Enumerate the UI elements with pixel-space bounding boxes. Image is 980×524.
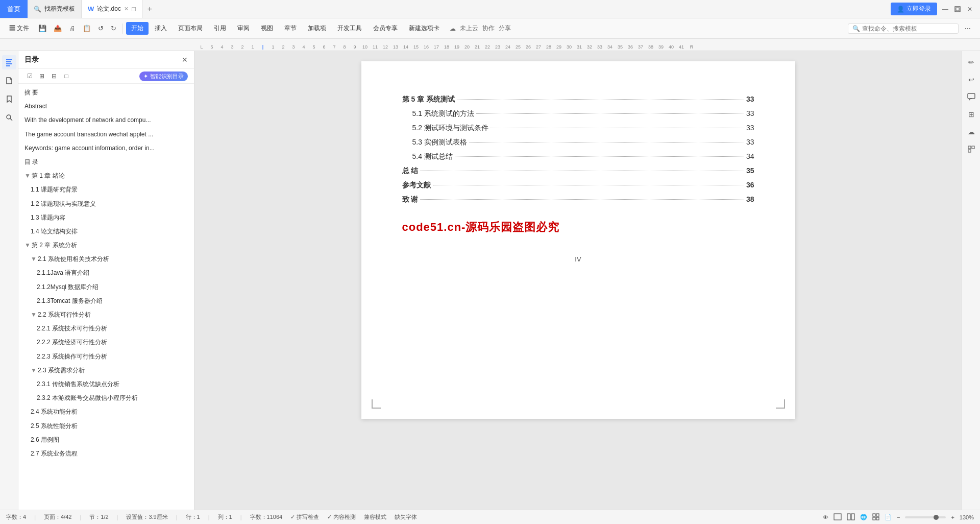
toc-close-button[interactable]: ✕ [182, 56, 188, 64]
close-button[interactable]: ✕ [966, 5, 974, 13]
right-panel: ✏ ↩ ⊞ ☁ [962, 51, 980, 510]
status-view-icon5[interactable]: 📄 [885, 514, 892, 520]
toc-collapse-icon[interactable]: ⊟ [49, 71, 59, 81]
right-comment-icon[interactable] [964, 90, 978, 104]
toc-item-2-6[interactable]: 2.6 用例图 [18, 433, 194, 447]
doc-restore-icon[interactable]: □ [132, 5, 136, 13]
undo-icon[interactable]: ↺ [95, 22, 107, 34]
status-content-check[interactable]: ✓ 内容检测 [327, 513, 356, 521]
more-button[interactable]: ⋯ [960, 23, 976, 34]
toc-sidebar-icon[interactable] [2, 55, 16, 69]
search-input[interactable] [862, 25, 954, 32]
toc-item-2-4[interactable]: 2.4 系统功能分析 [18, 405, 194, 419]
status-spell-check[interactable]: ✓ 拼写检查 [290, 513, 319, 521]
toc-item-2-1-1[interactable]: 2.1.1Java 语言介绍 [18, 266, 194, 280]
collaborate-button[interactable]: 协作 [482, 24, 495, 33]
toc-item-abstract-cn[interactable]: 摘 要 [18, 86, 194, 100]
toc-item-abstract-en[interactable]: Abstract [18, 100, 194, 113]
toolbar-tab-start[interactable]: 开始 [126, 22, 149, 35]
add-tab-button[interactable]: + [142, 5, 157, 14]
toc-item-1-1[interactable]: 1.1 课题研究背景 [18, 183, 194, 197]
toc-item-ch2[interactable]: ▼第 2 章 系统分析 [18, 239, 194, 252]
toolbar-tab-view[interactable]: 视图 [256, 22, 278, 35]
toc-item-1-4[interactable]: 1.4 论文结构安排 [18, 225, 194, 239]
toc-item-2-7[interactable]: 2.7 系统业务流程 [18, 447, 194, 461]
cloud-area: ☁ 未上云 协作 分享 [446, 24, 515, 33]
format-icon[interactable]: 📋 [80, 22, 94, 34]
toolbar-tab-dev[interactable]: 开发工具 [332, 22, 367, 35]
eye-icon[interactable]: 👁 [823, 514, 828, 520]
toc-ai-button[interactable]: ✦ 智能识别目录 [139, 72, 188, 81]
toolbar-menu-button[interactable]: ☰ 文件 [4, 22, 34, 35]
toolbar-tab-review[interactable]: 审阅 [232, 22, 255, 35]
toolbar-tab-chapter[interactable]: 章节 [279, 22, 302, 35]
status-view-icon2[interactable] [847, 513, 855, 521]
toolbar-tab-new[interactable]: 新建选项卡 [404, 22, 445, 35]
toolbar-tab-plugins[interactable]: 加载项 [303, 22, 331, 35]
status-view-icon4[interactable] [872, 513, 879, 521]
status-settings: 设置值：3.9厘米 [126, 513, 167, 521]
toc-item-2-3[interactable]: ▼2.3 系统需求分析 [18, 364, 194, 377]
doc-tab[interactable]: W 论文.doc ✕ □ [82, 0, 142, 18]
zoom-in-icon[interactable]: + [951, 514, 954, 520]
toc-item-ch1[interactable]: ▼第 1 章 绪论 [18, 169, 194, 183]
toc-item-keywords[interactable]: Keywords: game account information, orde… [18, 141, 194, 155]
toc-check-icon[interactable]: ☑ [24, 71, 35, 81]
toc-item-1-3[interactable]: 1.3 课题内容 [18, 211, 194, 225]
menu-icon: ☰ [9, 25, 15, 32]
document-area[interactable]: 第 5 章 系统测试 33 5.1 系统测试的方法 33 5.2 测试环境与测试… [194, 51, 962, 510]
right-more-icon[interactable] [964, 142, 978, 156]
toolbar-tab-insert[interactable]: 插入 [150, 22, 172, 35]
toc-item-2-3-1[interactable]: 2.3.1 传统销售系统优缺点分析 [18, 377, 194, 391]
home-tab[interactable]: 首页 [0, 0, 28, 18]
toc-entry-conclusion: 总 结 35 [402, 166, 754, 176]
share-button[interactable]: 分享 [499, 24, 511, 33]
toc-item-2-2-3[interactable]: 2.2.3 系统操作可行性分析 [18, 350, 194, 364]
toc-item-abstract-text2[interactable]: The game account transaction wechat appl… [18, 128, 194, 141]
export-icon[interactable]: 📤 [51, 22, 65, 34]
toc-item-2-1-3[interactable]: 2.1.3Tomcat 服务器介绍 [18, 294, 194, 308]
register-button[interactable]: 👤 立即登录 [891, 3, 937, 15]
minimize-button[interactable]: — [941, 5, 949, 13]
toolbar-tab-reference[interactable]: 引用 [209, 22, 231, 35]
files-sidebar-icon[interactable] [2, 74, 16, 88]
toc-item-2-2[interactable]: ▼2.2 系统可行性分析 [18, 308, 194, 322]
zoom-out-icon[interactable]: − [897, 514, 900, 520]
status-view-icon3[interactable]: 🌐 [860, 514, 867, 520]
redo-icon[interactable]: ↻ [108, 22, 119, 34]
toc-item-2-2-1[interactable]: 2.2.1 系统技术可行性分析 [18, 322, 194, 336]
print-icon[interactable]: 🖨 [66, 22, 79, 34]
toc-item-2-1-2[interactable]: 2.1.2Mysql 数据库介绍 [18, 280, 194, 294]
toolbar-tab-layout[interactable]: 页面布局 [173, 22, 208, 35]
search-area: 🔍 [848, 23, 959, 34]
status-view-icon1[interactable] [834, 513, 842, 521]
toc-expand-icon[interactable]: ⊞ [37, 71, 47, 81]
toc-title: 目录 [24, 55, 39, 64]
toc-item-abstract-text1[interactable]: With the development of network and comp… [18, 113, 194, 127]
save-icon[interactable]: 💾 [35, 22, 50, 34]
find-template-tab[interactable]: 🔍 找稻壳模板 [28, 0, 82, 18]
toc-item-1-2[interactable]: 1.2 课题现状与实现意义 [18, 197, 194, 211]
right-cloud2-icon[interactable]: ☁ [964, 125, 978, 139]
toc-item-2-5[interactable]: 2.5 系统性能分析 [18, 419, 194, 433]
toc-item-2-3-2[interactable]: 2.3.2 本游戏账号交易微信小程序分析 [18, 391, 194, 405]
svg-rect-18 [876, 517, 879, 520]
toc-item-2-1[interactable]: ▼2.1 系统使用相关技术分析 [18, 252, 194, 266]
zoom-slider[interactable] [905, 516, 946, 518]
svg-rect-14 [851, 514, 854, 520]
right-edit-icon[interactable]: ✏ [964, 55, 978, 69]
maximize-button[interactable] [953, 5, 962, 13]
zoom-thumb[interactable] [934, 515, 939, 520]
zoom-level[interactable]: 130% [960, 514, 974, 520]
svg-rect-1 [956, 8, 959, 11]
toc-item-2-2-2[interactable]: 2.2.2 系统经济可行性分析 [18, 336, 194, 349]
search-sidebar-icon[interactable] [2, 110, 16, 125]
toolbar-tab-member[interactable]: 会员专享 [368, 22, 403, 35]
toc-view-icon[interactable]: □ [61, 71, 71, 81]
right-grid-icon[interactable]: ⊞ [964, 107, 978, 122]
svg-rect-9 [968, 146, 971, 149]
toc-item-contents[interactable]: 目 录 [18, 155, 194, 169]
right-undo-icon[interactable]: ↩ [964, 73, 978, 87]
bookmark-sidebar-icon[interactable] [2, 92, 16, 106]
doc-close-icon[interactable]: ✕ [124, 6, 129, 12]
